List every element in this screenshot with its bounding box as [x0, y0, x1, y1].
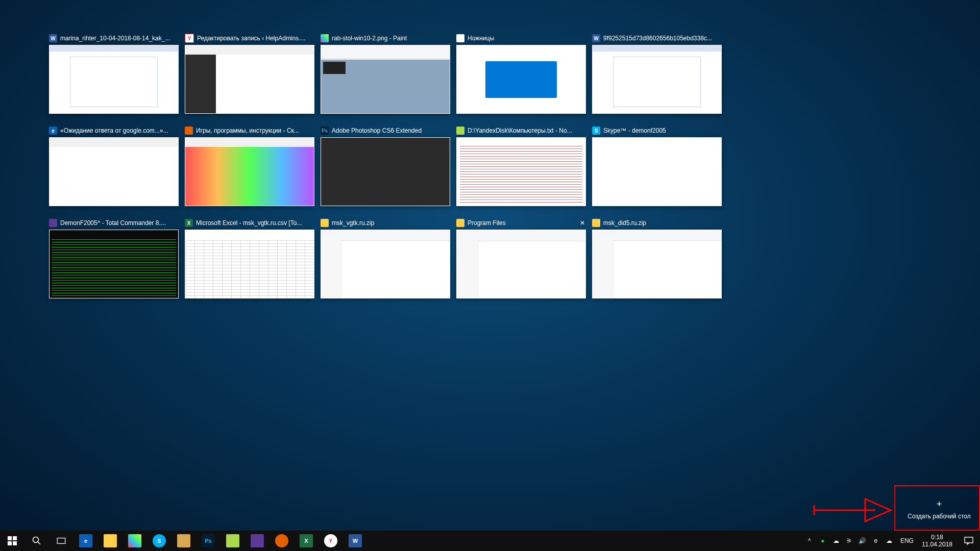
tray-cloud-icon[interactable]: ☁ [832, 537, 840, 545]
window-title: Program Files [468, 219, 576, 227]
window-thumbnail[interactable] [49, 45, 179, 114]
window-thumbnail[interactable] [321, 45, 450, 114]
task-view-icon [57, 536, 66, 545]
window-thumbnail[interactable] [592, 230, 722, 298]
paint-icon [321, 34, 329, 42]
firefox-icon [185, 127, 193, 135]
tray-app-e-icon[interactable]: e [872, 537, 880, 545]
start-button[interactable] [0, 531, 24, 551]
folder-icon [321, 219, 329, 227]
new-desktop-button[interactable]: + Создать рабочий стол [898, 488, 980, 531]
language-indicator[interactable]: ENG [897, 537, 917, 544]
window-tile[interactable]: Program Files✕ [456, 218, 586, 298]
tray-volume-icon[interactable]: 🔊 [859, 537, 867, 545]
window-tile[interactable]: YРедактировать запись ‹ HelpAdmins.... [185, 34, 314, 114]
window-tile-header: DemonF2005^ - Total Commander 8.... [49, 218, 179, 228]
system-tray[interactable]: ^●☁⚞🔊e☁ [801, 537, 897, 545]
svg-rect-11 [965, 537, 973, 543]
window-tile-header: msk_vgtk.ru.zip [321, 218, 450, 228]
window-tile[interactable]: msk_vgtk.ru.zip [321, 218, 450, 298]
window-title: Adobe Photoshop CS6 Extended [332, 127, 450, 134]
plus-icon: + [937, 499, 942, 510]
window-title: Microsoft Excel - msk_vgtk.ru.csv [To... [196, 219, 314, 227]
window-tile[interactable]: e«Ожидание ответа от google.com...»... [49, 126, 179, 206]
window-thumbnail[interactable] [49, 137, 179, 206]
search-button[interactable] [24, 531, 49, 551]
window-thumbnail[interactable] [456, 137, 586, 206]
window-tile[interactable]: msk_did5.ru.zip [592, 218, 722, 298]
tray-chevron-up-icon[interactable]: ^ [805, 537, 814, 545]
window-thumbnail[interactable] [185, 45, 314, 114]
taskbar-app-word[interactable]: W [343, 531, 368, 551]
taskbar-app-paint2[interactable] [172, 531, 196, 551]
svg-rect-3 [13, 541, 17, 545]
firefox-icon [275, 534, 288, 547]
window-tile[interactable]: SSkype™ - demonf2005 [592, 126, 722, 206]
window-tile[interactable]: rab-stol-win10-2.png - Paint [321, 34, 450, 114]
window-title: DemonF2005^ - Total Commander 8.... [60, 219, 179, 227]
window-thumbnail[interactable] [592, 45, 722, 114]
taskbar-apps: eSPsXYW [74, 531, 368, 551]
yandex-icon: Y [185, 34, 194, 43]
taskbar-app-skype[interactable]: S [147, 531, 172, 551]
taskbar-app-photoshop[interactable]: Ps [196, 531, 220, 551]
window-title: msk_vgtk.ru.zip [332, 219, 450, 227]
window-tile[interactable]: Ножницы [456, 34, 586, 114]
svg-rect-2 [8, 541, 12, 545]
svg-rect-6 [57, 538, 65, 544]
window-tile-header: Program Files✕ [456, 218, 586, 228]
tray-green-dot-icon[interactable]: ● [819, 537, 827, 545]
taskbar-left: eSPsXYW [0, 531, 368, 551]
folder-icon [592, 219, 600, 227]
taskbar-app-totalcmd[interactable] [245, 531, 270, 551]
taskbar-app-yandex[interactable]: Y [318, 531, 343, 551]
action-center-button[interactable] [958, 531, 980, 551]
excel-icon: X [185, 219, 193, 227]
window-thumbnail[interactable] [456, 230, 586, 298]
window-tile-header: Ножницы [456, 34, 586, 43]
skype-icon: S [153, 534, 166, 547]
window-title: Skype™ - demonf2005 [603, 127, 722, 134]
taskbar-app-edge[interactable]: e [74, 531, 98, 551]
window-thumbnail[interactable] [321, 230, 450, 298]
close-button[interactable]: ✕ [579, 219, 586, 227]
window-title: «Ожидание ответа от google.com...»... [60, 127, 179, 134]
window-tile[interactable]: XMicrosoft Excel - msk_vgtk.ru.csv [To..… [185, 218, 314, 298]
window-tile[interactable]: DemonF2005^ - Total Commander 8.... [49, 218, 179, 298]
window-tile[interactable]: D:\YandexDisk\Компьютеры.txt - No... [456, 126, 586, 206]
window-tile-header: D:\YandexDisk\Компьютеры.txt - No... [456, 126, 586, 135]
tray-app-cloud-icon[interactable]: ☁ [885, 537, 893, 545]
window-thumbnail[interactable] [185, 230, 314, 298]
clock-date: 11.04.2018 [922, 541, 952, 548]
excel-icon: X [300, 534, 313, 547]
window-tile-header: PsAdobe Photoshop CS6 Extended [321, 126, 450, 135]
word-icon: W [349, 534, 362, 547]
window-thumbnail[interactable] [456, 45, 586, 114]
taskbar-app-notepadpp[interactable] [220, 531, 245, 551]
totalcmd-icon [251, 534, 264, 547]
taskbar-app-file-explorer[interactable] [98, 531, 122, 551]
tray-wifi-icon[interactable]: ⚞ [845, 537, 853, 545]
taskbar-app-firefox[interactable] [270, 531, 294, 551]
task-view: Wmarina_rihter_10-04-2018-08-14_kak_...Y… [0, 0, 980, 531]
window-tile-header: W9f9252515d73d8602656b105ebd338c... [592, 34, 722, 43]
window-tile[interactable]: Wmarina_rihter_10-04-2018-08-14_kak_... [49, 34, 179, 114]
annotation-arrow [812, 495, 893, 525]
task-view-button[interactable] [49, 531, 74, 551]
window-thumbnail[interactable] [185, 137, 314, 206]
window-tile[interactable]: W9f9252515d73d8602656b105ebd338c... [592, 34, 722, 114]
file-explorer-icon [104, 534, 117, 547]
window-tile-header: Игры, программы, инструкции - Ск... [185, 126, 314, 135]
window-thumbnail[interactable] [592, 137, 722, 206]
svg-line-5 [38, 542, 40, 544]
window-tile[interactable]: PsAdobe Photoshop CS6 Extended [321, 126, 450, 206]
taskbar-app-paint[interactable] [122, 531, 147, 551]
window-thumbnail[interactable] [49, 230, 179, 298]
taskbar-app-excel[interactable]: X [294, 531, 318, 551]
clock[interactable]: 0:18 11.04.2018 [917, 534, 958, 548]
window-thumbnail[interactable] [321, 137, 450, 206]
svg-rect-0 [8, 536, 12, 540]
window-title: marina_rihter_10-04-2018-08-14_kak_... [60, 35, 179, 42]
window-tile[interactable]: Игры, программы, инструкции - Ск... [185, 126, 314, 206]
svg-rect-1 [13, 536, 17, 540]
